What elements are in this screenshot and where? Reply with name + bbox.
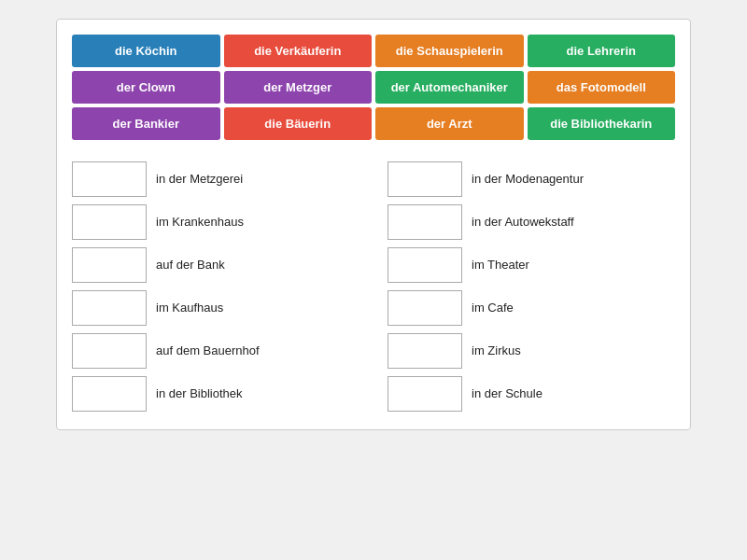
match-label-modenagentur: in der Modenagentur (472, 172, 584, 188)
tile-verkauferin[interactable]: die Verkäuferin (224, 35, 373, 67)
match-row-autowerkstatt: in der Autowekstaff (388, 202, 675, 243)
match-box-bibliothek[interactable] (72, 376, 147, 412)
match-row-bibliothek: in der Bibliothek (72, 373, 359, 414)
match-box-krankenhaus[interactable] (72, 204, 147, 240)
match-row-zirkus: im Zirkus (388, 330, 675, 371)
tile-bibliothekarin[interactable]: die Bibliothekarin (528, 107, 676, 140)
match-row-bauernhof: auf dem Bauernhof (72, 330, 359, 371)
match-box-bauernhof[interactable] (72, 333, 147, 369)
match-box-metzgerei[interactable] (72, 161, 147, 197)
match-row-schule: in der Schule (388, 373, 675, 414)
match-label-zirkus: im Zirkus (472, 343, 521, 359)
match-label-kaufhaus: im Kaufhaus (156, 301, 223, 316)
tile-clown[interactable]: der Clown (72, 71, 220, 104)
tile-schauspielerin[interactable]: die Schauspielerin (375, 35, 524, 67)
match-label-schule: in der Schule (472, 386, 543, 402)
match-column-right: in der Modenagenturin der Autowekstaffim… (388, 159, 675, 414)
match-column-left: in der Metzgereiim Krankenhausauf der Ba… (72, 159, 359, 414)
word-grid: die Köchindie Verkäuferindie Schauspiele… (72, 35, 675, 140)
tile-kochin[interactable]: die Köchin (72, 35, 220, 67)
match-box-theater[interactable] (388, 247, 462, 283)
match-row-bank: auf der Bank (72, 245, 359, 286)
match-box-bank[interactable] (72, 247, 147, 283)
match-box-schule[interactable] (388, 376, 462, 412)
match-box-zirkus[interactable] (388, 333, 462, 369)
match-row-krankenhaus: im Krankenhaus (72, 202, 359, 243)
match-label-autowerkstatt: in der Autowekstaff (472, 215, 574, 231)
match-box-cafe[interactable] (388, 290, 462, 326)
match-label-theater: im Theater (472, 258, 529, 273)
match-row-cafe: im Cafe (388, 287, 675, 329)
main-container: die Köchindie Verkäuferindie Schauspiele… (56, 19, 691, 430)
match-label-bauernhof: auf dem Bauernhof (156, 343, 260, 359)
tile-bankier[interactable]: der Bankier (72, 107, 220, 140)
tile-arzt[interactable]: der Arzt (375, 107, 524, 140)
tile-metzger[interactable]: der Metzger (224, 71, 373, 104)
match-row-metzgerei: in der Metzgerei (72, 159, 359, 200)
match-box-autowerkstatt[interactable] (388, 204, 462, 240)
match-row-theater: im Theater (388, 245, 675, 286)
match-box-modenagentur[interactable] (388, 161, 462, 197)
match-label-bibliothek: in der Bibliothek (156, 386, 243, 402)
match-label-metzgerei: in der Metzgerei (156, 172, 243, 188)
match-row-kaufhaus: im Kaufhaus (72, 287, 359, 329)
match-row-modenagentur: in der Modenagentur (388, 159, 675, 200)
match-label-bank: auf der Bank (156, 258, 225, 273)
match-label-cafe: im Cafe (472, 301, 514, 316)
match-label-krankenhaus: im Krankenhaus (156, 215, 244, 231)
match-section: in der Metzgereiim Krankenhausauf der Ba… (72, 159, 675, 414)
match-box-kaufhaus[interactable] (72, 290, 147, 326)
tile-fotomodell[interactable]: das Fotomodell (528, 71, 676, 104)
tile-automechaniker[interactable]: der Automechaniker (375, 71, 524, 104)
tile-bauerin[interactable]: die Bäuerin (224, 107, 373, 140)
tile-lehrerin[interactable]: die Lehrerin (528, 35, 676, 67)
